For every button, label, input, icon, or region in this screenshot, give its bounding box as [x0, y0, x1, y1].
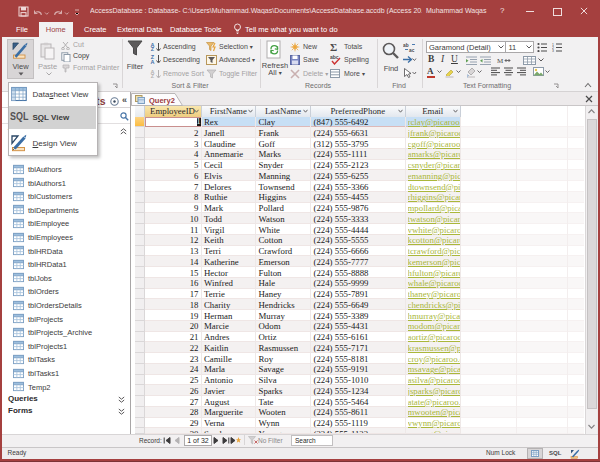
svg-text:3: 3: [552, 49, 554, 52]
svg-text:ab: ab: [403, 43, 409, 48]
svg-text:ac: ac: [409, 48, 415, 53]
svg-text:abc: abc: [330, 54, 339, 60]
svg-text:M: M: [497, 57, 504, 65]
